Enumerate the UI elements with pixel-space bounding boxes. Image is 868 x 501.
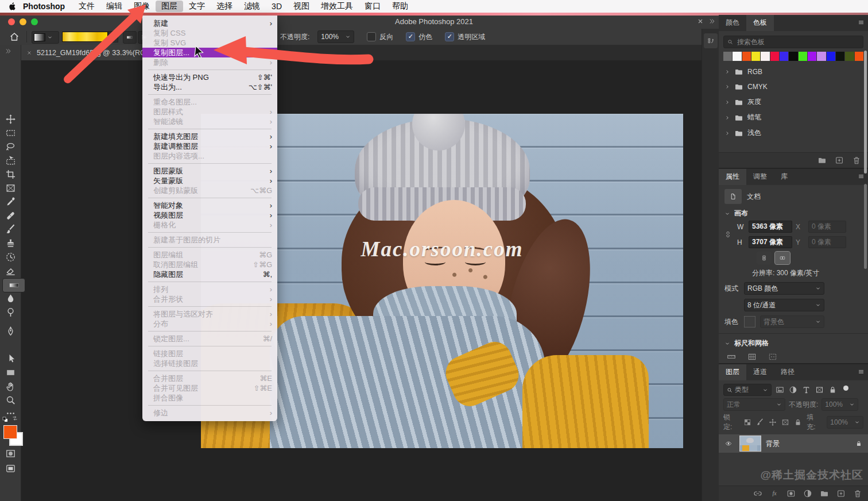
menubar-item-编辑[interactable]: 编辑 xyxy=(100,1,128,12)
color-mode-select[interactable]: RGB 颜色 xyxy=(744,282,824,295)
object-selection-tool[interactable] xyxy=(2,154,18,167)
color-swatch-1[interactable] xyxy=(733,52,741,61)
checkbox-box[interactable] xyxy=(367,32,376,41)
swatch-group-浅色[interactable]: 浅色 xyxy=(719,125,868,141)
tab-颜色[interactable]: 颜色 xyxy=(719,15,746,31)
history-brush-tool[interactable] xyxy=(2,250,18,264)
color-swatch-9[interactable] xyxy=(808,52,816,61)
filter-smart-objects[interactable] xyxy=(828,386,837,394)
eyedropper-tool[interactable] xyxy=(2,195,18,209)
chevron-down-icon[interactable] xyxy=(724,341,730,346)
home-button[interactable] xyxy=(7,30,22,43)
crop-tool[interactable] xyxy=(2,168,18,181)
filter-shape-layers[interactable] xyxy=(815,386,824,394)
lasso-tool[interactable] xyxy=(2,140,18,153)
type-tool[interactable] xyxy=(2,338,18,352)
color-swatch-7[interactable] xyxy=(789,52,797,61)
checkbox-透明区域[interactable]: ✓ 透明区域 xyxy=(445,32,485,42)
layer-filter-select[interactable]: 类型 xyxy=(723,384,772,396)
quick-mask-button[interactable] xyxy=(2,447,18,460)
menu-item-新建填充图层[interactable]: 新建填充图层 › xyxy=(142,132,277,141)
color-swatch-2[interactable] xyxy=(742,52,751,61)
menubar-item-增效工具[interactable]: 增效工具 xyxy=(315,1,359,12)
collapsed-panel-button[interactable] xyxy=(704,33,718,48)
layer-style-button[interactable] xyxy=(770,489,779,498)
toolbar-expand-icon[interactable] xyxy=(5,48,11,55)
color-swatch-0[interactable] xyxy=(723,52,732,61)
width-field[interactable]: 5363 像素 xyxy=(749,221,792,233)
panel-menu-icon[interactable] xyxy=(858,19,865,26)
tab-通道[interactable]: 通道 xyxy=(746,364,774,380)
opacity-select[interactable]: 100% xyxy=(317,30,354,43)
tab-库[interactable]: 库 xyxy=(774,169,795,185)
menubar-item-图层[interactable]: 图层 xyxy=(156,1,183,12)
pen-tool[interactable] xyxy=(2,325,18,338)
tab-路径[interactable]: 路径 xyxy=(774,364,801,380)
add-layer-mask-button[interactable] xyxy=(786,489,796,498)
menu-item-新建调整图层[interactable]: 新建调整图层 › xyxy=(142,141,277,151)
swatch-group-蜡笔[interactable]: 蜡笔 xyxy=(719,110,868,125)
menubar-item-滤镜[interactable]: 滤镜 xyxy=(238,1,266,12)
swatch-group-RGB[interactable]: RGB xyxy=(719,64,868,79)
menubar-item-文字[interactable]: 文字 xyxy=(183,1,211,12)
link-layers-button[interactable] xyxy=(753,489,762,498)
clone-stamp-tool[interactable] xyxy=(2,237,18,250)
foreground-color-swatch[interactable] xyxy=(3,425,17,439)
new-swatch-group-button[interactable] xyxy=(817,156,827,165)
link-dimensions-icon[interactable] xyxy=(724,231,731,238)
menu-item-智能对象[interactable]: 智能对象 › xyxy=(142,201,277,210)
menu-item-导出为...[interactable]: 导出为... ⌥⇧⌘' xyxy=(142,82,277,92)
menu-item-隐藏图层[interactable]: 隐藏图层 ⌘, xyxy=(142,269,277,279)
close-panel-icon[interactable] xyxy=(697,18,704,25)
color-swatch-13[interactable] xyxy=(845,52,854,61)
zoom-tool[interactable] xyxy=(2,394,18,407)
screen-mode-button[interactable] xyxy=(2,462,18,475)
lock-all[interactable] xyxy=(794,418,802,427)
lock-transparent-pixels[interactable] xyxy=(743,418,751,427)
color-swatch-14[interactable] xyxy=(855,52,863,61)
checkbox-box[interactable]: ✓ xyxy=(445,32,454,41)
blur-tool[interactable] xyxy=(2,292,18,305)
app-menu-title[interactable]: Photoshop xyxy=(23,2,65,11)
new-group-button[interactable] xyxy=(820,489,829,498)
new-adjustment-layer-button[interactable] xyxy=(803,489,812,498)
gradient-tool[interactable] xyxy=(2,278,25,292)
tab-属性[interactable]: 属性 xyxy=(719,169,746,185)
swatch-search[interactable] xyxy=(723,36,863,48)
gradient-picker-chevron[interactable] xyxy=(108,31,118,43)
swatches-scrollbar[interactable] xyxy=(864,51,867,174)
move-tool[interactable] xyxy=(2,113,18,126)
menu-item-视频图层[interactable]: 视频图层 › xyxy=(142,210,277,220)
lock-artboard-nesting[interactable] xyxy=(781,418,789,427)
portrait-orientation-button[interactable] xyxy=(757,252,772,264)
gradient-picker[interactable] xyxy=(62,30,118,43)
bit-depth-select[interactable]: 8 位/通道 xyxy=(744,299,824,311)
menu-item-复制图层...[interactable]: 复制图层... xyxy=(142,48,277,57)
menu-item-矢量蒙版[interactable]: 矢量蒙版 › xyxy=(142,176,277,186)
swatch-group-灰度[interactable]: 灰度 xyxy=(719,94,868,110)
menubar-item-帮助[interactable]: 帮助 xyxy=(386,1,414,12)
color-swatch-3[interactable] xyxy=(751,52,760,61)
brush-tool[interactable] xyxy=(2,223,18,236)
rulers-toggle[interactable] xyxy=(726,352,737,361)
menubar-item-视图[interactable]: 视图 xyxy=(288,1,315,12)
tool-preset-picker[interactable] xyxy=(32,31,59,44)
eraser-tool[interactable] xyxy=(2,264,18,278)
spot-healing-brush-tool[interactable] xyxy=(2,209,18,222)
color-swatch-11[interactable] xyxy=(827,52,835,61)
filter-adjustment-layers[interactable] xyxy=(789,386,797,394)
filter-toggle[interactable] xyxy=(843,386,848,391)
lock-image-pixels[interactable] xyxy=(756,418,764,427)
linear-gradient-button[interactable] xyxy=(123,31,137,44)
guides-toggle[interactable] xyxy=(767,352,778,361)
landscape-orientation-button[interactable] xyxy=(775,252,790,264)
frame-tool[interactable] xyxy=(2,182,18,195)
color-swatch-8[interactable] xyxy=(799,52,807,61)
color-swatch-12[interactable] xyxy=(836,52,844,61)
hand-tool[interactable] xyxy=(2,380,18,393)
collapse-panel-icon[interactable] xyxy=(708,18,715,25)
chevron-down-icon[interactable] xyxy=(724,211,730,217)
delete-swatch-button[interactable] xyxy=(852,156,861,165)
dodge-tool[interactable] xyxy=(2,306,18,319)
rectangle-tool[interactable] xyxy=(2,366,18,379)
